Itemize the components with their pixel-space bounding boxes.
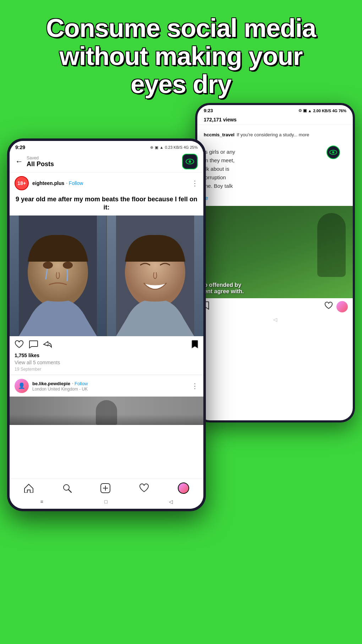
nav-saved-label: Saved: [27, 155, 54, 160]
back-body-line2: en they meet,: [202, 156, 348, 165]
svg-point-3: [189, 160, 191, 163]
likes-count: 1,755 likes: [10, 352, 203, 359]
post-2-figure: [96, 400, 117, 425]
post-1-header: 18+ eighteen.plus • Follow ⋮: [10, 173, 203, 194]
meme-right: [107, 215, 204, 336]
back-phone-time: 9:23: [204, 108, 213, 113]
headline-text: Consume social media without making your…: [14, 14, 348, 99]
svg-point-7: [63, 262, 73, 269]
svg-point-6: [43, 262, 53, 269]
sys-home-icon[interactable]: □: [104, 499, 107, 504]
svg-point-1: [332, 151, 334, 153]
nav-left: ← Saved All Posts: [15, 155, 54, 168]
headline-section: Consume social media without making your…: [0, 14, 362, 99]
back-phone-image: so offended bycent agree with.: [197, 206, 353, 298]
back-body-line5: tine. Boy talk: [202, 182, 348, 190]
profile-avatar: [178, 482, 189, 494]
post-scroll: 18+ eighteen.plus • Follow ⋮ 9 year old …: [10, 173, 203, 479]
post-1-caption: 9 year old me after my mom beats the flo…: [10, 194, 203, 215]
bookmark-button[interactable]: [191, 340, 198, 350]
nav-bar: ← Saved All Posts: [10, 152, 203, 173]
front-phone: 9:29 ⊕ ▣ ▲ 0.23 KB/S 4G 25% ← Saved All …: [7, 138, 206, 511]
post-date: 19 September: [10, 366, 203, 375]
post-1-avatar: 18+: [15, 176, 29, 190]
post-2-location: London United Kingdom - UK: [32, 387, 88, 392]
back-phone-caption: hccmis_travel If you're considering a st…: [197, 125, 353, 144]
post-1-actions: [10, 336, 203, 352]
crying-face-svg: [19, 215, 97, 336]
back-phone-actions: [197, 298, 353, 315]
back-phone-status-bar: 9:23 ⊙ ▣ ▲ 2.00 KB/S 4G 76%: [197, 105, 353, 115]
post-2-image-preview: [10, 397, 203, 425]
back-avatar: [336, 301, 348, 312]
post-1-user-info: eighteen.plus • Follow: [32, 180, 83, 186]
post-2-username-row: be.like.pewdiepie • Follow: [32, 380, 88, 387]
post-2-avatar: 👤: [15, 379, 29, 393]
system-nav: ≡ □ ◁: [10, 496, 203, 509]
post-2-info: be.like.pewdiepie • Follow London United…: [32, 380, 88, 392]
post-2-user: 👤 be.like.pewdiepie • Follow London Unit…: [15, 379, 88, 393]
nav-title: All Posts: [27, 160, 54, 168]
share-button[interactable]: [43, 340, 52, 350]
post-2-username: be.like.pewdiepie: [32, 381, 70, 386]
meme-left: [10, 215, 107, 336]
smiling-face-svg: [116, 215, 194, 336]
post-2: 👤 be.like.pewdiepie • Follow London Unit…: [10, 375, 203, 397]
back-phone: 9:23 ⊙ ▣ ▲ 2.00 KB/S 4G 76% 172,171 view…: [195, 103, 355, 422]
person-silhouette: [317, 213, 346, 277]
post-2-more-button[interactable]: ⋮: [191, 382, 198, 390]
comment-button[interactable]: [29, 340, 38, 350]
nav-profile-button[interactable]: [178, 482, 189, 494]
back-body-link: ne: [202, 194, 348, 202]
back-button[interactable]: ←: [15, 157, 23, 166]
nav-add-button[interactable]: [100, 483, 110, 493]
nav-search-button[interactable]: [62, 484, 72, 493]
back-body-line4: corruption: [202, 173, 348, 182]
back-phone-views: 172,171 views: [197, 115, 353, 125]
back-nav-arrow: ◁: [197, 315, 353, 325]
post-1-image: [10, 215, 203, 336]
eye-icon-front: [186, 159, 194, 164]
eye-badge-front[interactable]: [182, 154, 198, 169]
front-status-icons: ⊕ ▣ ▲ 0.23 KB/S 4G 25%: [150, 145, 198, 150]
eye-badge-back: [327, 146, 340, 159]
back-phone-status-icons: ⊙ ▣ ▲ 2.00 KB/S 4G 76%: [298, 108, 346, 113]
svg-line-11: [68, 490, 71, 492]
nav-heart-button[interactable]: [139, 484, 149, 493]
post-1-user: 18+ eighteen.plus • Follow: [15, 176, 83, 190]
like-button[interactable]: [15, 340, 24, 350]
front-status-bar: 9:29 ⊕ ▣ ▲ 0.23 KB/S 4G 25%: [10, 141, 203, 152]
post-2-follow-button[interactable]: Follow: [75, 381, 88, 386]
nav-home-button[interactable]: [24, 484, 34, 493]
post-1-more-button[interactable]: ⋮: [191, 179, 198, 187]
sys-menu-icon[interactable]: ≡: [40, 499, 43, 504]
post-1: 18+ eighteen.plus • Follow ⋮ 9 year old …: [10, 173, 203, 375]
back-body-line1: ss girls or any: [202, 148, 348, 156]
front-time: 9:29: [15, 144, 25, 150]
post-1-username: eighteen.plus: [32, 180, 64, 186]
view-comments-link[interactable]: View all 5 comments: [10, 359, 203, 366]
bottom-nav: [10, 479, 203, 496]
back-heart-area: [324, 301, 348, 312]
back-heart-icon[interactable]: [324, 302, 333, 312]
post-1-follow-button[interactable]: Follow: [69, 180, 83, 186]
back-body-line3: alk about is: [202, 165, 348, 173]
back-overlay-text: so offended bycent agree with.: [201, 282, 244, 295]
eye-icon-back: [329, 150, 337, 155]
sys-back-icon[interactable]: ◁: [169, 499, 173, 504]
